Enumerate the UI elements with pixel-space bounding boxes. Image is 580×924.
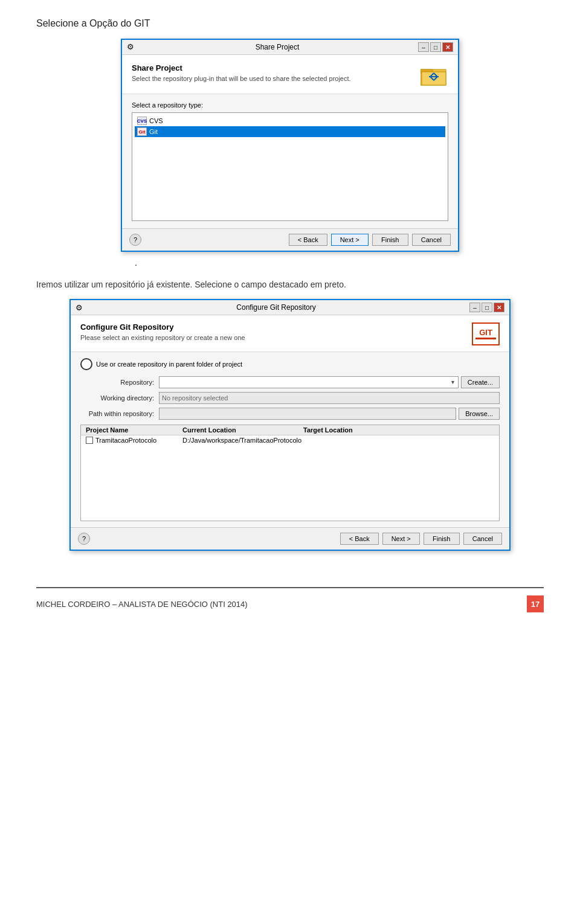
browse-button[interactable]: Browse... [459,408,500,420]
dialog2-footer: ? < Back Next > Finish Cancel [71,527,509,550]
next-button[interactable]: Next > [331,234,369,246]
minimize-button[interactable]: – [418,42,429,52]
git-logo-bar [475,338,496,339]
working-directory-label: Working directory: [80,394,159,402]
help-button-2[interactable]: ? [78,533,90,545]
configure-git-dialog-wrapper: ⚙ Configure Git Repository – □ ✕ Configu… [36,299,544,551]
dialog1-footer: ? < Back Next > Finish Cancel [122,228,458,251]
repo-list: CVS CVS Git Git [132,112,448,221]
configure-git-dialog: ⚙ Configure Git Repository – □ ✕ Configu… [69,299,511,551]
path-label: Path within repository: [80,410,159,417]
close-button-2[interactable]: ✕ [494,303,504,312]
footer-author-text: MICHEL CORDEIRO – ANALISTA DE NEGÓCIO (N… [36,600,248,609]
path-row: Path within repository: Browse... [80,408,500,420]
dialog2-header-title: Configure Git Repository [80,322,245,332]
folder-svg [420,65,447,86]
period-dot: . [135,258,544,268]
radio-label: Use or create repository in parent folde… [96,361,242,368]
dialog2-header: Configure Git Repository Please select a… [71,315,509,352]
project-table: Project Name Current Location Target Loc… [80,425,500,521]
working-directory-row: Working directory: [80,392,500,404]
row-checkbox[interactable] [86,437,93,444]
minimize-button-2[interactable]: – [469,303,480,312]
page-footer: MICHEL CORDEIRO – ANALISTA DE NEGÓCIO (N… [36,587,544,612]
help-button[interactable]: ? [129,234,141,246]
share-project-dialog-wrapper: ⚙ Share Project – □ ✕ Share Project Sele… [36,39,544,252]
repo-item-git[interactable]: Git Git [135,126,445,137]
dialog1-header-text: Share Project Select the repository plug… [132,63,351,82]
dialog1-header: Share Project Select the repository plug… [122,55,458,94]
col-project-name: Project Name [86,426,182,434]
dialog2-title: Configure Git Repository [86,303,466,312]
maximize-button[interactable]: □ [430,42,441,52]
dialog1-title: Share Project [140,43,414,51]
share-project-dialog: ⚙ Share Project – □ ✕ Share Project Sele… [121,39,459,252]
dialog2-header-text: Configure Git Repository Please select a… [80,322,245,341]
table-row: TramitacaoProtocolo D:/Java/workspace/Tr… [81,435,499,445]
dialog2-body: Use or create repository in parent folde… [71,352,509,527]
dialog1-controls: – □ ✕ [418,42,453,52]
close-button[interactable]: ✕ [442,42,453,52]
create-button[interactable]: Create... [461,376,500,388]
table-header: Project Name Current Location Target Loc… [81,425,499,435]
project-name-cell: TramitacaoProtocolo [95,437,156,444]
dialog2-footer-buttons: < Back Next > Finish Cancel [340,533,502,545]
back-button-2[interactable]: < Back [340,533,379,545]
maximize-button-2[interactable]: □ [482,303,492,312]
finish-button-2[interactable]: Finish [424,533,460,545]
dialog1-footer-buttons: < Back Next > Finish Cancel [289,234,451,246]
table-col-project: TramitacaoProtocolo [86,437,182,444]
col-current-location: Current Location [182,426,303,434]
repository-combo[interactable]: ▼ [159,376,459,388]
description-text: Iremos utilizar um repositório já existe… [36,280,544,289]
page-number-badge: 17 [527,595,544,612]
dialog1-header-title: Share Project [132,63,351,72]
path-input [159,408,456,420]
dialog2-controls: – □ ✕ [469,303,504,312]
radio-button[interactable] [80,358,92,370]
dialog2-titlebar: ⚙ Configure Git Repository – □ ✕ [71,300,509,315]
dialog1-body: Select a repository type: CVS CVS Git Gi… [122,94,458,228]
finish-button[interactable]: Finish [372,234,408,246]
git-logo: GIT [472,322,500,345]
repo-item-git-label: Git [149,128,158,135]
dialog1-header-desc: Select the repository plug-in that will … [132,75,351,82]
cancel-button-2[interactable]: Cancel [463,533,502,545]
git-icon: Git [137,127,147,136]
gear-icon-2: ⚙ [76,303,83,312]
back-button[interactable]: < Back [289,234,327,246]
radio-row: Use or create repository in parent folde… [80,358,500,370]
section-title: Selecione a Opção do GIT [36,18,544,29]
dialog1-titlebar: ⚙ Share Project – □ ✕ [122,40,458,55]
repo-type-label: Select a repository type: [132,101,448,109]
cancel-button[interactable]: Cancel [412,234,451,246]
share-folder-icon [419,63,448,88]
working-directory-input [159,392,500,404]
repo-item-cvs[interactable]: CVS CVS [135,115,445,126]
repository-label: Repository: [80,379,159,386]
repository-row: Repository: ▼ Create... [80,376,500,388]
dialog2-header-desc: Please select an existing repository or … [80,334,245,341]
next-button-2[interactable]: Next > [382,533,420,545]
gear-icon: ⚙ [127,42,137,52]
col-target-location: Target Location [303,426,494,434]
repo-item-cvs-label: CVS [149,117,163,124]
git-logo-text: GIT [479,329,492,336]
table-col-current: D:/Java/workspace/TramitacaoProtocolo [182,437,303,444]
cvs-icon: CVS [137,117,147,125]
combo-arrow-icon: ▼ [450,379,456,385]
